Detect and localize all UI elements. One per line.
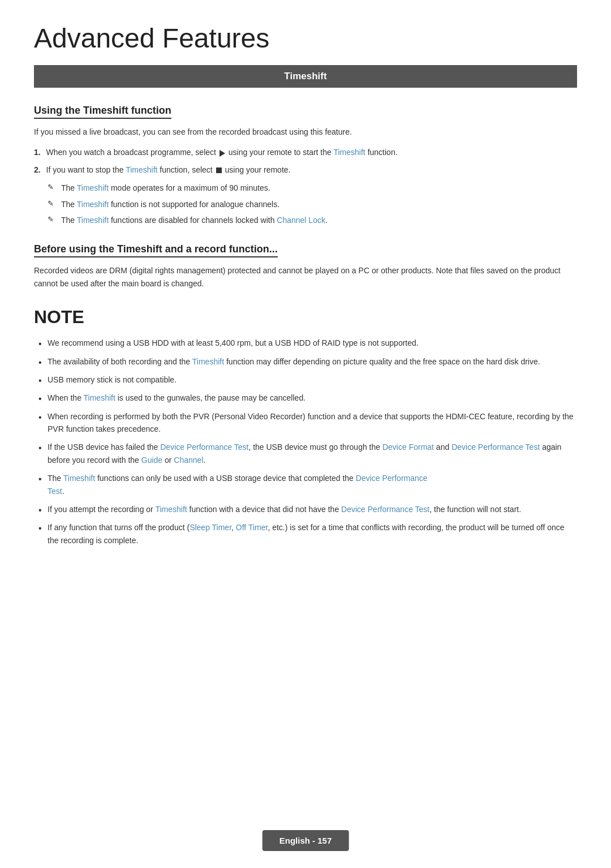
timeshift-sub-notes: The Timeshift mode operates for a maximu… bbox=[45, 182, 577, 226]
timeshift-link-8[interactable]: Timeshift bbox=[63, 474, 95, 483]
before-timeshift-title: Before using the Timeshift and a record … bbox=[34, 243, 278, 257]
section-header-label: Timeshift bbox=[284, 71, 326, 81]
channel-lock-link[interactable]: Channel Lock bbox=[277, 216, 325, 225]
timeshift-link-2[interactable]: Timeshift bbox=[126, 165, 157, 174]
step-2-num: 2. bbox=[34, 165, 41, 174]
timeshift-link-5[interactable]: Timeshift bbox=[77, 216, 109, 225]
note-item-3: USB memory stick is not compatible. bbox=[34, 373, 577, 386]
before-timeshift-section: Before using the Timeshift and a record … bbox=[34, 243, 577, 290]
note-item-1: We recommend using a USB HDD with at lea… bbox=[34, 337, 577, 349]
sleep-timer-link[interactable]: Sleep Timer bbox=[190, 523, 231, 532]
note-item-5: When recording is performed by both the … bbox=[34, 410, 577, 436]
page-title: Advanced Features bbox=[34, 23, 577, 54]
sub-note-3: The Timeshift functions are disabled for… bbox=[45, 214, 577, 226]
note-item-9: If any function that turns off the produ… bbox=[34, 521, 577, 547]
device-perf-test-link-4[interactable]: Device Performance Test bbox=[341, 505, 429, 514]
timeshift-link-1[interactable]: Timeshift bbox=[333, 148, 365, 157]
play-icon bbox=[220, 150, 225, 157]
timeshift-link-6[interactable]: Timeshift bbox=[192, 357, 224, 366]
step-1-num: 1. bbox=[34, 148, 41, 157]
note-items-list: We recommend using a USB HDD with at lea… bbox=[34, 337, 577, 547]
using-timeshift-intro: If you missed a live broadcast, you can … bbox=[34, 126, 577, 138]
note-item-8: If you attempt the recording or Timeshif… bbox=[34, 503, 577, 515]
sub-note-1: The Timeshift mode operates for a maximu… bbox=[45, 182, 577, 194]
note-item-7: The Timeshift functions can only be used… bbox=[34, 472, 577, 497]
channel-link[interactable]: Channel bbox=[174, 456, 203, 465]
off-timer-link[interactable]: Off Timer bbox=[236, 523, 268, 532]
device-format-link[interactable]: Device Format bbox=[382, 442, 434, 452]
timeshift-steps: 1. When you watch a broadcast programme,… bbox=[34, 146, 577, 176]
note-item-6: If the USB device has failed the Device … bbox=[34, 441, 577, 466]
timeshift-link-9[interactable]: Timeshift bbox=[155, 505, 187, 514]
step-1: 1. When you watch a broadcast programme,… bbox=[34, 146, 577, 158]
footer-text: English - 157 bbox=[279, 836, 332, 845]
note-item-2: The availability of both recording and t… bbox=[34, 355, 577, 368]
stop-icon bbox=[216, 167, 222, 173]
using-timeshift-title: Using the Timeshift function bbox=[34, 105, 171, 119]
device-perf-test-link-2[interactable]: Device Performance Test bbox=[451, 442, 540, 452]
guide-link[interactable]: Guide bbox=[141, 456, 162, 465]
sub-note-2: The Timeshift function is not supported … bbox=[45, 198, 577, 210]
before-timeshift-text: Recorded videos are DRM (digital rights … bbox=[34, 264, 577, 290]
device-perf-test-link-1[interactable]: Device Performance Test bbox=[160, 442, 248, 452]
footer-badge: English - 157 bbox=[263, 830, 349, 851]
note-item-4: When the Timeshift is used to the gunwal… bbox=[34, 392, 577, 404]
section-header: Timeshift bbox=[34, 65, 577, 88]
using-timeshift-section: Using the Timeshift function If you miss… bbox=[34, 105, 577, 226]
timeshift-link-3[interactable]: Timeshift bbox=[77, 183, 109, 192]
timeshift-link-7[interactable]: Timeshift bbox=[84, 393, 115, 402]
device-perf-link-3[interactable]: Device PerformanceTest bbox=[48, 474, 428, 495]
note-title: NOTE bbox=[34, 307, 577, 328]
note-section: NOTE We recommend using a USB HDD with a… bbox=[34, 307, 577, 547]
page-container: Advanced Features Timeshift Using the Ti… bbox=[0, 0, 611, 598]
timeshift-link-4[interactable]: Timeshift bbox=[77, 200, 109, 209]
step-2: 2. If you want to stop the Timeshift fun… bbox=[34, 164, 577, 176]
